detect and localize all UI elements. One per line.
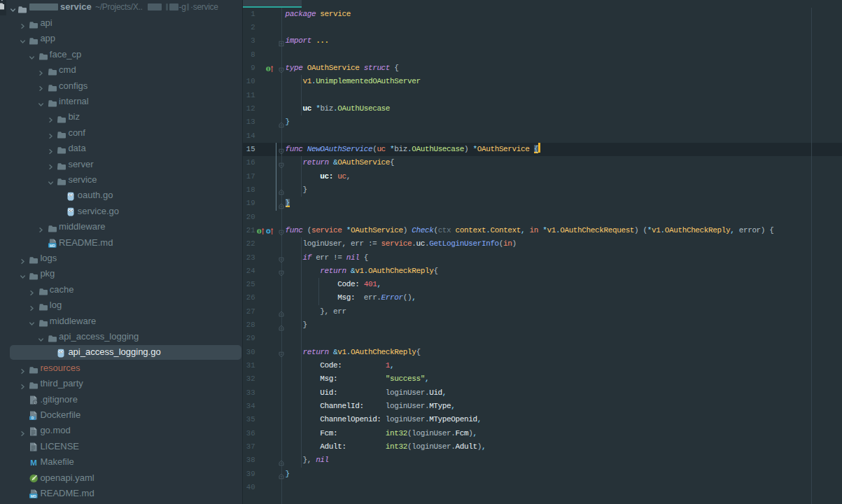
svg-text:MD: MD (50, 243, 55, 247)
svg-text:M: M (31, 459, 38, 468)
svg-text:D: D (31, 416, 34, 420)
svg-text:MD: MD (31, 494, 36, 498)
